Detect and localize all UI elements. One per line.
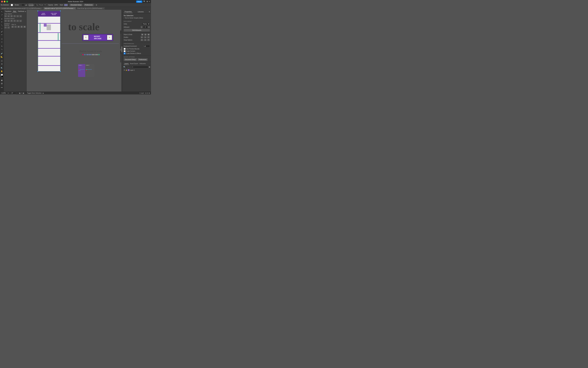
- layer-visibility-icon[interactable]: 👁: [124, 69, 125, 71]
- draw-behind[interactable]: ▧: [0, 82, 3, 85]
- artboard-forward[interactable]: ▶: [22, 92, 25, 94]
- preferences-btn[interactable]: Preferences: [83, 4, 94, 6]
- guides-btn-1[interactable]: ⊢: [141, 36, 143, 38]
- dist-top[interactable]: ⊤: [13, 20, 16, 22]
- menu-icon[interactable]: ≡: [149, 0, 150, 3]
- tab-0[interactable]: arcade side correct dimensions.ai @ 0.71…: [0, 7, 43, 9]
- layers-tab[interactable]: Layers: [124, 63, 129, 65]
- scissors-tool[interactable]: ✂: [0, 41, 3, 44]
- ruler-btn-3[interactable]: ⊠: [147, 34, 150, 36]
- quick-preferences-btn[interactable]: Preferences: [138, 58, 148, 61]
- status-icon-2[interactable]: ⊟: [147, 92, 148, 94]
- ruler-btn-2[interactable]: ⊟: [144, 34, 147, 36]
- scale-strokes-checkbox[interactable]: [124, 53, 125, 54]
- align-tab[interactable]: Align: [12, 10, 17, 13]
- panel-menu-icon[interactable]: ≡: [25, 11, 26, 12]
- share-button[interactable]: Share: [136, 0, 142, 3]
- align-to-key[interactable]: ⬚: [14, 26, 17, 28]
- minimize-button[interactable]: [4, 1, 5, 2]
- ruler-btn-1[interactable]: ⊞: [141, 34, 143, 36]
- canvas-area[interactable]: SCORE 002023 HIGH SCORE 002505: [27, 10, 122, 92]
- align-right[interactable]: ⊢: [10, 15, 13, 17]
- artboard-prev[interactable]: ‹: [141, 26, 143, 28]
- line-tool[interactable]: ╲: [0, 24, 3, 27]
- shape-tool[interactable]: □: [0, 27, 3, 30]
- layer-lock-icon[interactable]: 🔒: [125, 69, 127, 71]
- measure-tool[interactable]: 📐: [0, 55, 3, 58]
- guides-btn-2[interactable]: ⊣: [144, 36, 147, 38]
- align-center-h[interactable]: ⊥: [7, 15, 10, 17]
- dist-bottom[interactable]: ⊥: [19, 20, 22, 22]
- close-tab-0[interactable]: ×: [41, 8, 42, 9]
- arrange-icon[interactable]: ⊞: [147, 0, 148, 3]
- artboards-tab[interactable]: Artboards: [139, 63, 146, 65]
- units-select[interactable]: Points: [142, 23, 150, 25]
- snap-btn-1[interactable]: ⊢: [141, 39, 143, 41]
- zoom-input[interactable]: [1, 92, 8, 94]
- align-to-margins[interactable]: ⊠: [23, 26, 26, 28]
- align-left[interactable]: ⊣: [4, 15, 7, 17]
- libraries-tab[interactable]: Libraries: [137, 10, 145, 13]
- zoom-expand-icon[interactable]: ▾: [8, 92, 9, 94]
- style-swatch[interactable]: [64, 4, 68, 6]
- use-preview-bounds-checkbox[interactable]: [124, 48, 125, 50]
- direct-selection-tool[interactable]: ↗: [0, 13, 3, 16]
- toggle-icon[interactable]: ▶: [43, 92, 44, 94]
- toggle-direct-btn[interactable]: Toggle Direct Selection: [27, 92, 42, 94]
- stroke-style[interactable]: Uniform: [29, 4, 33, 6]
- transform-tab[interactable]: Transform: [4, 10, 12, 13]
- artboard-back[interactable]: ◀: [18, 92, 21, 94]
- tab-1[interactable]: adjusted scale.ai* @ 6.43 % (CMYK/Previe…: [44, 7, 76, 9]
- status-icon-3[interactable]: ⊠: [149, 92, 150, 94]
- align-to-artboard[interactable]: ⊞: [17, 26, 20, 28]
- eyedropper-tool[interactable]: 💉: [0, 52, 3, 55]
- artboard-number-input[interactable]: [143, 26, 147, 28]
- text-vector-graphic[interactable]: › Text to Vector Graphic (Beta): [124, 17, 150, 19]
- align-center-v[interactable]: ⊣: [16, 15, 19, 17]
- layers-search-input[interactable]: [126, 66, 148, 68]
- close-tab-2[interactable]: ×: [103, 8, 104, 9]
- keyboard-increment-input[interactable]: [143, 45, 150, 47]
- rotation-input[interactable]: [11, 92, 16, 94]
- view-options-icon[interactable]: ⚙: [96, 4, 97, 6]
- quick-doc-setup-btn[interactable]: Document Setup: [124, 58, 137, 61]
- artboard-next[interactable]: ›: [148, 26, 150, 28]
- rotate-tool[interactable]: ↻: [0, 45, 3, 48]
- layer-1-item[interactable]: 👁 🔒 Layer 1: [123, 69, 151, 71]
- rp-options-icon[interactable]: ≡: [149, 11, 150, 13]
- close-tab-1[interactable]: ×: [74, 8, 75, 9]
- canvas-scrollbar-v[interactable]: [121, 10, 122, 92]
- pen-tool[interactable]: ✒: [0, 18, 3, 20]
- selection-tool[interactable]: ↖: [0, 10, 3, 13]
- more-tools[interactable]: •••: [0, 86, 3, 89]
- eraser-tool[interactable]: ◻: [0, 37, 3, 40]
- snap-btn-2[interactable]: ⊣: [144, 39, 147, 41]
- blend-tool[interactable]: ⊗: [0, 63, 3, 65]
- properties-tab[interactable]: Properties: [124, 10, 133, 13]
- scrollbar-thumb-v[interactable]: [121, 46, 122, 52]
- blob-brush-tool[interactable]: ✏: [0, 33, 3, 36]
- text-tool[interactable]: T: [0, 21, 3, 24]
- gradient-tool[interactable]: ◫: [0, 59, 3, 62]
- maximize-button[interactable]: [6, 1, 8, 2]
- stroke-width-input[interactable]: [20, 4, 25, 6]
- scale-corners-checkbox[interactable]: [124, 50, 125, 52]
- asset-export-tab[interactable]: Asset Export: [129, 63, 139, 65]
- zoom-tool[interactable]: 🔍: [0, 67, 3, 70]
- align-top[interactable]: ⊤: [13, 15, 16, 17]
- stroke-color-box[interactable]: [1, 75, 3, 77]
- dist-space-h[interactable]: ↔: [4, 26, 7, 29]
- align-bottom[interactable]: ⊥: [19, 15, 22, 17]
- edit-artboards-btn[interactable]: Edit Artboards: [124, 29, 150, 32]
- scale-tool[interactable]: ⤡: [0, 48, 3, 51]
- align-to-page[interactable]: ⊟: [20, 26, 23, 28]
- dist-right[interactable]: ⊢: [10, 20, 13, 22]
- dist-center-v[interactable]: ⊣: [16, 20, 19, 22]
- search-icon[interactable]: 🔍: [143, 0, 145, 3]
- tab-2[interactable]: Final V5.ai* @ 4.24 % (CMYK/Preview) ×: [76, 7, 105, 9]
- guides-btn-3[interactable]: ⊤: [147, 36, 150, 38]
- dist-left[interactable]: ⊣: [4, 20, 7, 22]
- dist-center-h[interactable]: ⊥: [7, 20, 10, 22]
- brush-tool[interactable]: 🖌: [0, 30, 3, 33]
- hand-tool[interactable]: ✋: [0, 70, 3, 73]
